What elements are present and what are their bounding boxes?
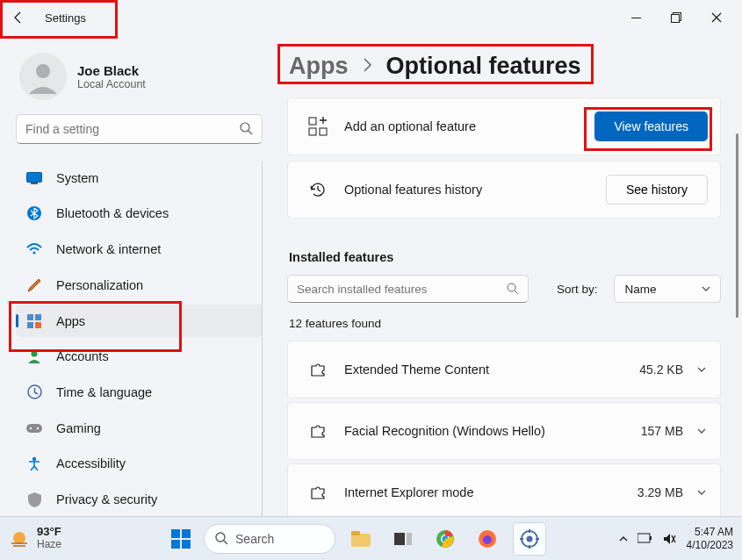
svg-rect-6 xyxy=(27,172,42,182)
person-icon xyxy=(26,348,42,364)
svg-rect-32 xyxy=(351,534,371,547)
paintbrush-icon xyxy=(26,277,42,293)
view-features-button[interactable]: View features xyxy=(594,111,708,141)
svg-rect-28 xyxy=(171,540,180,549)
sidebar-item-label: Apps xyxy=(56,314,85,328)
gear-icon xyxy=(520,529,539,549)
sidebar-item-privacy[interactable]: Privacy & security xyxy=(16,483,263,516)
close-icon xyxy=(711,12,722,23)
svg-rect-11 xyxy=(35,314,41,320)
maximize-button[interactable] xyxy=(656,4,696,32)
sidebar-item-time-language[interactable]: Time & language xyxy=(16,376,263,409)
svg-rect-26 xyxy=(171,529,180,538)
sidebar-item-gaming[interactable]: Gaming xyxy=(16,412,263,445)
clock-globe-icon xyxy=(26,384,42,400)
feature-count: 12 features found xyxy=(287,312,721,341)
search-icon xyxy=(507,283,519,295)
sidebar-item-accessibility[interactable]: Accessibility xyxy=(16,448,263,481)
installed-heading: Installed features xyxy=(287,224,721,275)
feature-size: 45.2 KB xyxy=(639,363,695,377)
start-button[interactable] xyxy=(167,525,195,553)
taskbar: 93°F Haze Search 5:47 AM 4/10/2023 xyxy=(0,516,742,560)
volume-icon[interactable] xyxy=(662,532,676,546)
feature-label: Facial Recognition (Windows Hello) xyxy=(332,424,641,438)
feature-row[interactable]: Internet Explorer mode 3.29 MB xyxy=(287,463,721,516)
bluetooth-icon xyxy=(26,205,42,221)
taskbar-date: 4/10/2023 xyxy=(687,539,733,551)
taskbar-weather[interactable]: 93°F Haze xyxy=(9,526,61,551)
sidebar-item-personalization[interactable]: Personalization xyxy=(16,269,263,302)
svg-rect-13 xyxy=(35,322,41,328)
svg-point-30 xyxy=(216,533,225,542)
account-section[interactable]: Joe Black Local Account xyxy=(16,42,263,114)
chevron-down-icon xyxy=(695,363,708,376)
chevron-right-icon xyxy=(363,57,372,76)
sidebar-item-label: Accounts xyxy=(56,349,109,363)
feature-size: 157 MB xyxy=(641,424,695,438)
svg-rect-10 xyxy=(27,314,33,320)
sort-label: Sort by: xyxy=(557,283,598,296)
folder-icon xyxy=(350,530,371,548)
svg-rect-47 xyxy=(638,534,650,542)
see-history-button[interactable]: See history xyxy=(606,175,708,205)
chrome-icon xyxy=(436,529,455,549)
settings-search-input[interactable] xyxy=(25,122,240,136)
close-button[interactable] xyxy=(696,4,737,32)
sidebar-item-label: Time & language xyxy=(56,385,152,399)
feature-search[interactable] xyxy=(287,275,529,303)
taskbar-clock[interactable]: 5:47 AM 4/10/2023 xyxy=(681,526,733,551)
sidebar-item-apps[interactable]: Apps xyxy=(16,305,263,338)
minimize-button[interactable] xyxy=(616,4,656,32)
svg-point-19 xyxy=(32,457,36,461)
history-label: Optional features history xyxy=(332,183,606,197)
svg-rect-35 xyxy=(407,533,412,545)
svg-rect-33 xyxy=(351,531,360,535)
gamepad-icon xyxy=(26,420,42,436)
arrow-left-icon xyxy=(11,11,25,25)
sidebar-item-bluetooth[interactable]: Bluetooth & devices xyxy=(16,197,263,231)
taskbar-search[interactable]: Search xyxy=(204,524,335,554)
svg-point-42 xyxy=(527,535,533,542)
taskbar-app-settings[interactable] xyxy=(513,522,546,556)
settings-search[interactable] xyxy=(16,114,263,144)
add-grid-icon xyxy=(304,117,332,136)
svg-rect-16 xyxy=(26,424,42,433)
wifi-icon xyxy=(26,241,42,257)
taskbar-app-explorer[interactable] xyxy=(344,522,378,556)
svg-line-5 xyxy=(249,131,252,134)
back-button[interactable] xyxy=(5,4,32,31)
person-icon xyxy=(25,59,61,94)
svg-point-17 xyxy=(30,427,32,428)
feature-search-input[interactable] xyxy=(297,283,507,296)
sidebar-item-system[interactable]: System xyxy=(16,162,263,195)
sidebar-item-label: System xyxy=(56,171,98,185)
weather-icon xyxy=(9,528,30,549)
svg-rect-22 xyxy=(320,128,327,135)
history-icon xyxy=(304,180,332,199)
chevron-up-icon[interactable] xyxy=(618,534,629,544)
svg-rect-34 xyxy=(394,533,405,545)
sidebar-item-label: Accessibility xyxy=(56,456,126,470)
battery-network-icon[interactable] xyxy=(638,532,653,546)
taskbar-app-chrome[interactable] xyxy=(429,522,462,556)
svg-point-4 xyxy=(241,123,249,132)
taskbar-app-firefox[interactable] xyxy=(471,522,504,556)
sidebar-item-network[interactable]: Network & internet xyxy=(16,233,263,266)
add-feature-card: Add an optional feature View features xyxy=(287,97,721,155)
feature-row[interactable]: Extended Theme Content 45.2 KB xyxy=(287,341,721,398)
accessibility-icon xyxy=(26,456,42,471)
sort-select[interactable]: Name xyxy=(614,275,721,303)
scrollbar[interactable] xyxy=(736,133,738,318)
svg-rect-21 xyxy=(309,128,316,135)
sidebar-item-accounts[interactable]: Accounts xyxy=(16,340,263,373)
taskbar-app-taskview[interactable] xyxy=(386,522,420,556)
svg-rect-27 xyxy=(182,529,191,538)
main-panel: Apps Optional features Add an optional f… xyxy=(270,35,742,516)
puzzle-icon xyxy=(304,422,332,440)
feature-row[interactable]: Facial Recognition (Windows Hello) 157 M… xyxy=(287,402,721,460)
chevron-down-icon xyxy=(701,284,711,294)
windows-icon xyxy=(171,529,191,549)
history-card: Optional features history See history xyxy=(287,161,721,219)
breadcrumb-parent[interactable]: Apps xyxy=(289,53,349,80)
svg-rect-7 xyxy=(31,183,38,184)
